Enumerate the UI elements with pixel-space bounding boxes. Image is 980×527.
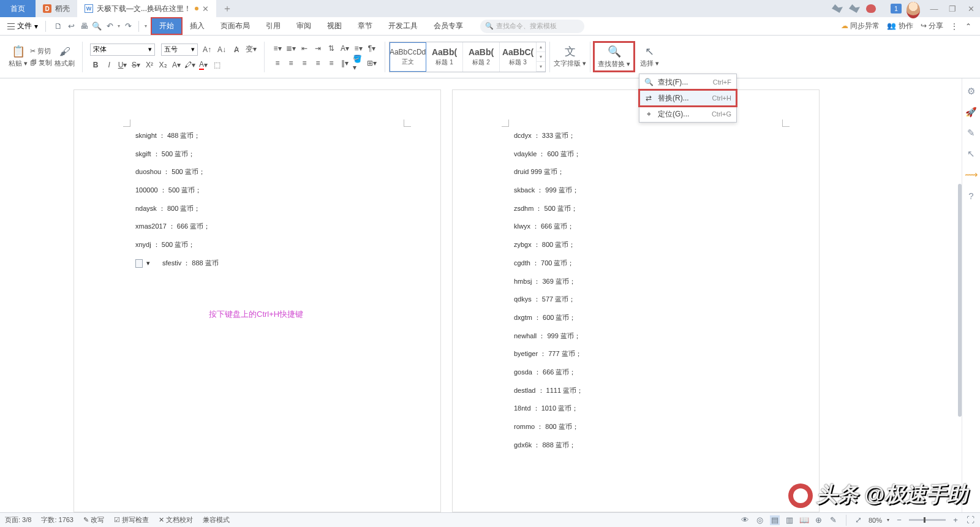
redo-icon[interactable]: ↷ (123, 21, 133, 31)
tab-review[interactable]: 审阅 (289, 18, 318, 34)
word-count[interactable]: 字数: 1763 (41, 515, 74, 525)
web-view-icon[interactable]: ⊕ (814, 515, 824, 525)
phonetic-icon[interactable]: 变▾ (246, 44, 257, 55)
tab-references[interactable]: 引用 (258, 18, 288, 34)
proof-read[interactable]: ✕ 文档校对 (159, 515, 193, 525)
zoom-slider[interactable] (909, 519, 946, 521)
page-indicator[interactable]: 页面: 3/8 (5, 515, 31, 525)
sync-status[interactable]: ☁ 同步异常 (841, 21, 880, 31)
tab-view[interactable]: 视图 (320, 18, 349, 34)
styles-up-icon[interactable]: ▴ (537, 42, 545, 52)
dropdown-find[interactable]: 🔍 查找(F)... Ctrl+F (639, 74, 736, 90)
notification-badge[interactable]: 1 (891, 4, 902, 13)
italic-icon[interactable]: I (104, 59, 115, 70)
show-marks-icon[interactable]: ¶▾ (366, 43, 377, 54)
distributed-icon[interactable]: ≡ (326, 58, 337, 69)
styles-gallery[interactable]: AaBbCcDd正文 AaBb(标题 1 AaBb(标题 2 AaBbC(标题 … (389, 42, 546, 72)
shading-icon[interactable]: 🪣▾ (353, 58, 364, 69)
read-view-icon[interactable]: 📖 (799, 515, 809, 525)
justify-icon[interactable]: ≡ (312, 58, 323, 69)
share-button[interactable]: ↪ 分享 (921, 21, 943, 31)
dropdown-replace[interactable]: ⇄ 替换(R)... Ctrl+H (639, 90, 736, 106)
char-border-icon[interactable]: ⬚ (211, 59, 222, 70)
revise-mode[interactable]: ✎ 改写 (83, 515, 104, 525)
grow-font-icon[interactable]: A↑ (202, 44, 213, 55)
save-as-icon[interactable]: ↩ (66, 21, 76, 31)
style-heading-1[interactable]: AaBb(标题 1 (426, 42, 463, 72)
spell-check[interactable]: ☑ 拼写检查 (114, 515, 149, 525)
zoom-out-icon[interactable]: − (894, 515, 904, 525)
styles-down-icon[interactable]: ▾ (537, 52, 545, 62)
font-color-icon[interactable]: A▾ (198, 59, 209, 70)
close-window-button[interactable]: ✕ (962, 0, 980, 17)
style-normal[interactable]: AaBbCcDd正文 (390, 42, 426, 72)
select-button[interactable]: ↖ 选择 ▾ (640, 45, 659, 68)
zoom-level[interactable]: 80% (869, 517, 882, 524)
bullets-icon[interactable]: ≡▾ (272, 43, 283, 54)
paste-button[interactable]: 📋 粘贴 ▾ (9, 45, 28, 68)
page-view-icon[interactable]: ▤ (770, 515, 780, 525)
pointer-icon[interactable]: ↖ (966, 148, 977, 159)
cut-button[interactable]: ✂剪切 (30, 47, 52, 56)
underline-icon[interactable]: U▾ (117, 59, 128, 70)
fit-icon[interactable]: ⤢ (854, 515, 864, 525)
fullscreen-icon[interactable]: ⛶ (965, 515, 975, 525)
outline-view-icon[interactable]: ▥ (785, 515, 794, 525)
decrease-indent-icon[interactable]: ⇤ (299, 43, 310, 54)
align-right-icon[interactable]: ≡ (299, 58, 310, 69)
save-icon[interactable]: 🗋 (53, 21, 63, 31)
superscript-icon[interactable]: X² (144, 59, 155, 70)
tab-document[interactable]: W 天极下载—文...换码在这里！ ✕ (77, 0, 216, 17)
note-icon[interactable]: ✎ (829, 515, 839, 525)
search-input[interactable]: 🔍 查找命令、搜索模板 (480, 20, 584, 33)
align-center-icon[interactable]: ≡ (285, 58, 296, 69)
pen-icon[interactable]: ✎ (966, 127, 977, 138)
tab-home[interactable]: 首页 (0, 0, 36, 17)
copy-button[interactable]: 🗐复制 (30, 58, 52, 67)
strikethrough-icon[interactable]: S▾ (130, 59, 141, 70)
font-name-select[interactable]: 宋体▾ (90, 44, 155, 56)
highlight-icon[interactable]: 🖍▾ (184, 59, 195, 70)
page-right[interactable]: dcdyx ： 333 蓝币； vdaykle ： 600 蓝币； druid … (452, 89, 820, 512)
slider-icon[interactable]: ⟿ (966, 169, 977, 180)
increase-indent-icon[interactable]: ⇥ (312, 43, 323, 54)
maximize-button[interactable]: ❐ (943, 0, 962, 17)
minimize-button[interactable]: — (925, 0, 943, 17)
focus-icon[interactable]: ◎ (755, 515, 765, 525)
help-icon[interactable]: ? (966, 190, 977, 201)
tab-docer[interactable]: D 稻壳 (36, 0, 77, 17)
new-tab-button[interactable]: ＋ (219, 0, 236, 17)
close-tab-icon[interactable]: ✕ (202, 4, 209, 13)
sort-icon[interactable]: ⇅ (326, 43, 337, 54)
align-left-icon[interactable]: ≡ (272, 58, 283, 69)
tab-start[interactable]: 开始 (152, 18, 181, 34)
clear-format-icon[interactable]: A̷ (231, 44, 242, 55)
undo-icon[interactable]: ↶ (105, 21, 115, 31)
dropdown-goto[interactable]: ⌖ 定位(G)... Ctrl+G (639, 106, 736, 122)
format-painter-button[interactable]: 🖌 格式刷 (55, 45, 75, 68)
numbering-icon[interactable]: ≣▾ (285, 43, 296, 54)
tools-icon[interactable]: ⚙ (966, 86, 977, 97)
collapse-ribbon-icon[interactable]: ⌃ (965, 22, 971, 31)
tab-insert[interactable]: 插入 (183, 18, 212, 34)
style-heading-3[interactable]: AaBbC(标题 3 (500, 42, 537, 72)
styles-more-icon[interactable]: ▾ (537, 62, 545, 72)
tab-section[interactable]: 章节 (350, 18, 380, 34)
style-heading-2[interactable]: AaBb(标题 2 (463, 42, 500, 72)
tab-member[interactable]: 会员专享 (426, 18, 470, 34)
page-left[interactable]: sknight ： 488 蓝币； skgift ： 500 蓝币； duosh… (74, 89, 441, 512)
print-icon[interactable]: 🖶 (79, 21, 89, 31)
rocket-icon[interactable]: 🚀 (966, 107, 977, 118)
char-shading-icon[interactable]: A▾ (339, 43, 350, 54)
eye-icon[interactable]: 👁 (741, 515, 750, 525)
zoom-in-icon[interactable]: + (951, 515, 960, 525)
print-preview-icon[interactable]: 🔍 (92, 21, 102, 31)
file-menu[interactable]: 文件 ▾ (4, 21, 42, 31)
subscript-icon[interactable]: X₂ (157, 59, 168, 70)
text-effects-icon[interactable]: A▾ (171, 59, 182, 70)
tab-developer[interactable]: 开发工具 (381, 18, 425, 34)
font-size-select[interactable]: 五号▾ (161, 44, 198, 56)
find-replace-button[interactable]: 🔍 查找替换 ▾ (594, 42, 634, 71)
bold-icon[interactable]: B (90, 59, 101, 70)
more-icon[interactable]: ⋮ (951, 22, 958, 31)
